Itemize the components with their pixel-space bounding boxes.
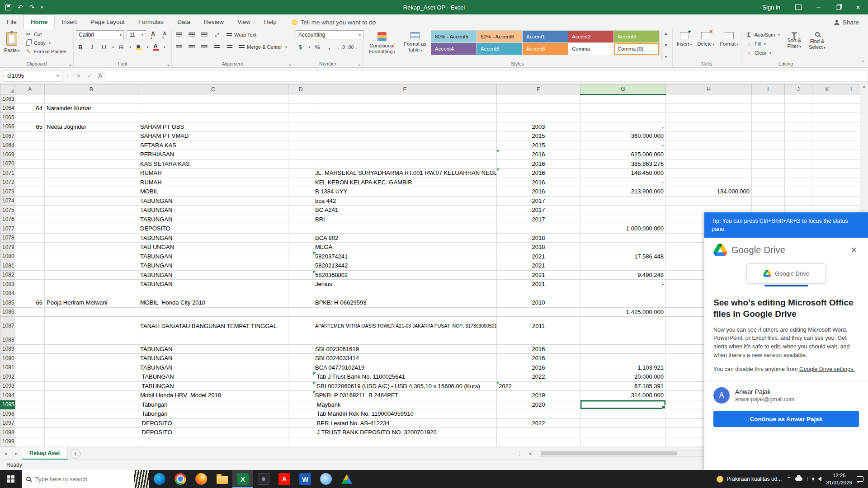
decrease-indent-icon[interactable] — [212, 42, 222, 52]
search-highlight-image[interactable] — [134, 470, 149, 488]
cell-G1067[interactable]: 360.000.000 — [580, 131, 666, 141]
tab-page-layout[interactable]: Page Layout — [84, 14, 132, 29]
cell-B1070[interactable] — [45, 159, 138, 169]
row-header-1076[interactable]: 1076 — [0, 215, 15, 224]
column-header-F[interactable]: F — [497, 84, 580, 94]
cell-A1096[interactable] — [15, 409, 45, 419]
row-header-1086[interactable]: 1086 — [0, 307, 15, 317]
cell-L1074[interactable] — [842, 196, 860, 206]
cell-F1094[interactable]: 2019 — [497, 391, 580, 400]
cell-E1063[interactable] — [313, 94, 497, 104]
cell-A1090[interactable] — [15, 354, 45, 363]
decrease-font-size-icon[interactable]: A▼ — [160, 30, 169, 39]
cell-E1081[interactable]: 5820213442 — [313, 261, 497, 271]
cell-F1097[interactable]: 2022 — [497, 418, 580, 428]
cell-A1089[interactable] — [15, 344, 45, 354]
cell-G1093[interactable]: 67.185.391 — [580, 381, 666, 391]
taskbar-clock[interactable]: 12:25 31/01/2026 — [826, 472, 852, 486]
gallery-more-icon[interactable]: ▾ — [665, 55, 667, 59]
align-bottom-icon[interactable] — [199, 30, 209, 39]
cell-G1069[interactable]: 625.000.000 — [580, 150, 666, 160]
cell-D1087[interactable] — [288, 317, 313, 335]
fill-button[interactable]: ↓Fill▾ — [744, 40, 782, 48]
cell-I1065[interactable] — [752, 113, 785, 122]
cell-B1080[interactable] — [45, 252, 138, 261]
row-header-1097[interactable]: 1097 — [0, 418, 15, 428]
cell-D1093[interactable] — [288, 381, 313, 391]
cell-D1074[interactable] — [288, 196, 313, 206]
cell-H1068[interactable] — [666, 141, 752, 150]
undo-icon[interactable]: ↶ — [18, 4, 23, 11]
number-dialog-launcher[interactable]: ↘ — [357, 62, 361, 67]
cell-A1082[interactable] — [15, 270, 45, 280]
cell-E1090[interactable]: SBI 0024033414 — [313, 354, 497, 363]
cell-E1097[interactable]: BPR Lestari No. AB-412234 — [313, 418, 497, 428]
row-header-1075[interactable]: 1075 — [0, 206, 15, 215]
cell-G1087[interactable] — [580, 317, 666, 335]
cell-E1093[interactable]: SBI 0022060619 (USD A/C) - USD 4,305,10 … — [313, 381, 497, 391]
cell-F1066[interactable]: 2003 — [497, 122, 580, 131]
cell-E1078[interactable]: BCA 802 — [313, 233, 497, 243]
cell-H1069[interactable] — [666, 150, 752, 160]
firefox-icon[interactable] — [191, 470, 212, 488]
cell-G1076[interactable] — [580, 215, 666, 224]
cell-C1090[interactable]: TABUNGAN — [138, 354, 288, 363]
cell-D1086[interactable] — [288, 307, 313, 317]
cell-F1087[interactable]: 2011 — [497, 317, 580, 335]
cell-G1071[interactable]: 148.450.000 — [580, 169, 666, 178]
cell-B1087[interactable] — [45, 317, 138, 335]
cut-button[interactable]: ✂Cut — [23, 30, 69, 38]
cell-F1081[interactable]: 2021 — [497, 261, 580, 271]
cell-A1093[interactable] — [15, 381, 45, 391]
cell-G1068[interactable]: - — [580, 141, 666, 150]
cell-C1071[interactable]: RUMAH — [138, 169, 288, 178]
cell-C1074[interactable]: TABUNGAN — [138, 196, 288, 206]
cell-E1075[interactable]: BC A241 — [313, 206, 497, 215]
row-header-1081[interactable]: 1081 — [0, 261, 15, 271]
cell-C1064[interactable] — [138, 103, 288, 113]
row-header-1092[interactable]: 1092 — [0, 372, 15, 382]
gdrive-settings-link[interactable]: Google Drive settings. — [799, 366, 855, 372]
cell-G1083[interactable]: - — [580, 280, 666, 289]
cell-I1063[interactable] — [752, 94, 785, 104]
percent-style-icon[interactable]: % — [313, 42, 322, 52]
cell-style-60-accent6[interactable]: 60% - Accent6 — [477, 31, 522, 42]
volume-tray-icon[interactable] — [818, 477, 821, 481]
find-select-button[interactable]: Find & Select▾ — [807, 30, 828, 60]
cell-D1078[interactable] — [288, 233, 313, 243]
row-header-1073[interactable]: 1073 — [0, 187, 15, 197]
scroll-up-icon[interactable]: ▲ — [862, 84, 866, 89]
cell-D1092[interactable] — [288, 372, 313, 382]
chrome-icon[interactable] — [170, 470, 191, 488]
cell-G1099[interactable] — [580, 437, 666, 446]
cell-style-accent5[interactable]: Accent5 — [477, 43, 522, 55]
select-all-corner[interactable] — [0, 84, 15, 94]
cell-I1068[interactable] — [752, 141, 785, 150]
redo-icon[interactable]: ↷ — [29, 4, 35, 11]
cell-D1088[interactable] — [288, 335, 313, 345]
cell-G1073[interactable]: 213.900.000 — [580, 187, 666, 197]
close-panel-icon[interactable]: ✕ — [849, 244, 859, 256]
cell-C1077[interactable]: DEPOSITO — [138, 224, 288, 234]
edge-icon[interactable] — [149, 470, 170, 488]
row-header-1093[interactable]: 1093 — [0, 381, 15, 391]
comma-style-icon[interactable]: , — [325, 42, 334, 52]
cell-L1064[interactable] — [842, 103, 860, 113]
row-header-1088[interactable]: 1088 — [0, 335, 15, 345]
column-header-B[interactable]: B — [45, 84, 138, 94]
enter-formula-icon[interactable]: ✓ — [84, 73, 95, 79]
cell-E1071[interactable]: JL. MARSEKAL SURYADHARMA RT.001 RW.07 KE… — [313, 169, 497, 178]
cell-A1092[interactable] — [15, 372, 45, 382]
cell-H1067[interactable] — [666, 131, 752, 141]
cell-C1070[interactable]: KAS SETARA KAS — [138, 159, 288, 169]
cell-E1077[interactable] — [313, 224, 497, 234]
cell-C1097[interactable]: DEPOSITO — [138, 418, 288, 428]
cell-G1084[interactable] — [580, 289, 666, 298]
cell-G1063[interactable] — [580, 94, 666, 104]
row-header-1070[interactable]: 1070 — [0, 159, 15, 169]
cell-A1064[interactable]: 64 — [15, 103, 45, 113]
cell-H1072[interactable] — [666, 178, 752, 187]
cell-G1081[interactable]: - — [580, 261, 666, 271]
row-header-1069[interactable]: 1069 — [0, 150, 15, 160]
cell-F1092[interactable]: 2022 — [497, 372, 580, 382]
